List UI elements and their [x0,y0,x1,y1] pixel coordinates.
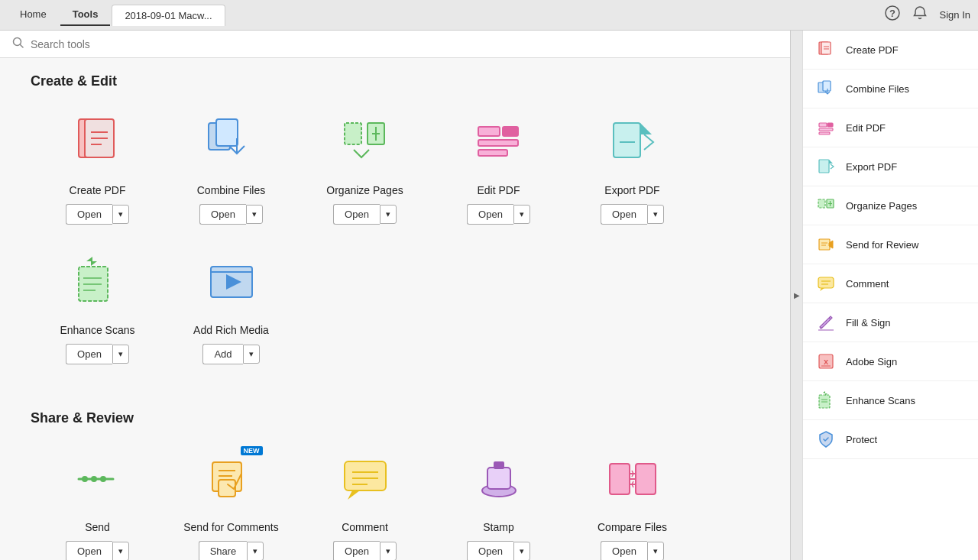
sidebar-organize-pages-icon [815,195,837,216]
stamp-arrow-btn[interactable]: ▾ [513,542,530,560]
export-pdf-open-btn[interactable]: Open [601,204,647,225]
export-pdf-arrow-btn[interactable]: ▾ [647,205,664,224]
sign-in-button[interactable]: Sign In [940,9,970,21]
combine-files-icon [197,108,266,176]
sidebar-combine-files-icon [815,78,837,99]
sidebar-item-combine-files[interactable]: Combine Files [803,70,978,108]
main-layout: Create & Edit C [0,31,978,560]
comment-open-btn[interactable]: Open [333,541,380,560]
sidebar-item-create-pdf[interactable]: Create PDF [803,31,978,70]
send-arrow-btn[interactable]: ▾ [112,542,129,560]
sidebar-item-edit-pdf[interactable]: Edit PDF [803,108,978,147]
svg-rect-45 [610,464,630,494]
add-rich-media-btn-group: Add ▾ [202,344,259,364]
stamp-label: Stamp [483,521,513,533]
tools-content: Create & Edit C [0,58,790,560]
create-pdf-open-btn[interactable]: Open [66,204,112,225]
tool-stamp: Stamp Open ▾ [432,445,565,560]
stamp-icon [465,445,533,513]
sidebar-edit-pdf-label: Edit PDF [846,122,886,134]
top-bar: Home Tools 2018-09-01 Macw... ? Sign In [0,0,978,31]
enhance-scans-open-btn[interactable]: Open [66,344,112,364]
send-open-btn[interactable]: Open [66,541,112,560]
organize-pages-open-btn[interactable]: Open [333,204,380,225]
svg-point-30 [82,476,88,482]
sidebar-comment-label: Comment [846,278,889,290]
svg-rect-59 [818,199,825,208]
sidebar-create-pdf-label: Create PDF [846,44,899,56]
tool-combine-files: Combine Files Open ▾ [164,108,298,225]
sidebar-protect-icon [815,429,837,450]
sidebar-item-enhance-scans[interactable]: Enhance Scans [803,381,978,420]
send-comment-arrow-btn[interactable]: ▾ [247,542,264,560]
create-pdf-label: Create PDF [70,184,126,196]
enhance-scans-arrow-btn[interactable]: ▾ [112,345,129,364]
sidebar-item-organize-pages[interactable]: Organize Pages [803,186,978,225]
search-bar [0,31,790,58]
sidebar-adobe-sign-icon: x [815,351,837,372]
add-rich-media-arrow-btn[interactable]: ▾ [243,345,260,364]
sidebar-item-export-pdf[interactable]: Export PDF [803,147,978,186]
svg-rect-55 [819,128,833,131]
sidebar-export-pdf-icon [815,156,837,177]
add-rich-media-add-btn[interactable]: Add [202,344,242,364]
comment-btn-group: Open ▾ [333,541,397,560]
sidebar-item-send-for-review[interactable]: Send for Review [803,225,978,264]
send-comment-btn-group: Share ▾ [199,541,264,560]
compare-arrow-btn[interactable]: ▾ [647,542,664,560]
sidebar-item-fill-sign[interactable]: Fill & Sign [803,303,978,342]
svg-point-32 [100,476,106,482]
svg-rect-37 [345,461,386,490]
svg-rect-57 [827,123,833,127]
tool-organize-pages: Organize Pages Open ▾ [298,108,432,225]
sidebar-item-comment[interactable]: Comment [803,264,978,303]
section-create-edit-title: Create & Edit [31,73,759,89]
create-pdf-arrow-btn[interactable]: ▾ [112,205,129,224]
top-right-controls: ? Sign In [885,5,970,24]
svg-rect-18 [478,150,507,156]
sidebar-item-adobe-sign[interactable]: x Adobe Sign [803,342,978,381]
edit-pdf-icon [465,108,533,176]
sidebar-fill-sign-icon [815,312,837,333]
svg-rect-54 [819,123,827,127]
help-button[interactable]: ? [885,5,900,24]
sidebar-combine-files-label: Combine Files [846,83,909,95]
send-btn-group: Open ▾ [66,541,129,560]
send-comment-share-btn[interactable]: Share [199,541,248,560]
combine-files-btn-group: Open ▾ [199,204,263,225]
create-pdf-icon [63,108,132,176]
sidebar-item-protect[interactable]: Protect [803,420,978,459]
compare-icon [598,445,667,513]
combine-files-arrow-btn[interactable]: ▾ [246,205,263,224]
tool-comment: Comment Open ▾ [298,445,432,560]
sidebar-protect-label: Protect [846,434,877,445]
collapse-handle[interactable]: ▶ [790,31,802,560]
svg-rect-52 [823,81,831,91]
tool-add-rich-media: Add Rich Media Add ▾ [164,248,298,364]
svg-rect-16 [478,127,500,136]
edit-pdf-label: Edit PDF [477,184,520,196]
comment-arrow-btn[interactable]: ▾ [380,542,397,560]
svg-text:?: ? [889,8,895,19]
tool-send-comment: NEW Send for Comments [164,445,298,560]
compare-open-btn[interactable]: Open [601,541,647,560]
svg-marker-67 [820,288,824,291]
stamp-open-btn[interactable]: Open [467,541,513,560]
search-input[interactable] [31,38,778,50]
tab-doc[interactable]: 2018-09-01 Macw... [112,5,225,26]
tab-tools[interactable]: Tools [60,4,111,26]
svg-point-31 [91,476,97,482]
organize-pages-arrow-btn[interactable]: ▾ [380,205,397,224]
edit-pdf-arrow-btn[interactable]: ▾ [513,205,530,224]
sidebar-edit-pdf-icon [815,117,837,138]
enhance-scans-icon [63,248,132,316]
section-share-review-title: Share & Review [31,410,759,426]
add-rich-media-icon [197,248,266,316]
tool-enhance-scans: Enhance Scans Open ▾ [31,248,164,364]
edit-pdf-open-btn[interactable]: Open [467,204,513,225]
tab-home[interactable]: Home [8,4,59,26]
sidebar-send-for-review-icon [815,234,837,255]
compare-label: Compare Files [597,521,667,533]
combine-files-open-btn[interactable]: Open [199,204,246,225]
notifications-button[interactable] [912,5,928,24]
